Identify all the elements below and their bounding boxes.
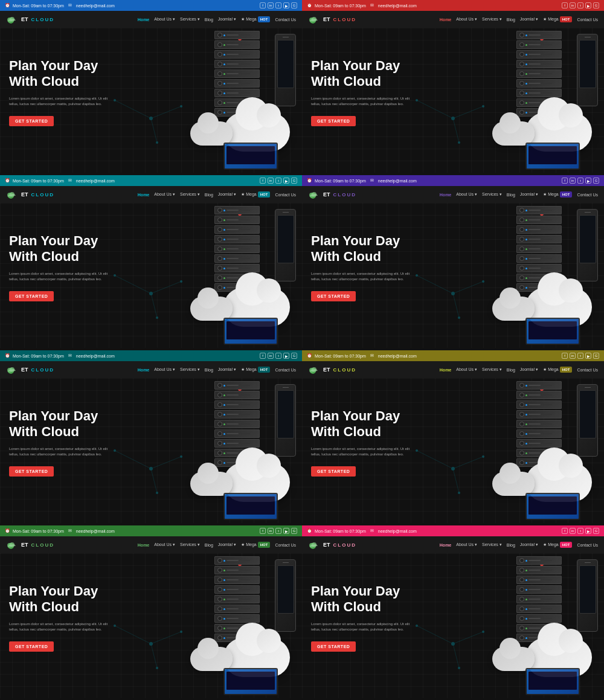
nav-about[interactable]: About Us ▾ xyxy=(154,542,175,547)
facebook-icon[interactable]: f xyxy=(260,528,266,534)
nav-services[interactable]: Services ▾ xyxy=(482,542,502,547)
twitter-icon[interactable]: t xyxy=(577,353,583,359)
facebook-icon[interactable]: f xyxy=(562,2,568,8)
google-icon[interactable]: G xyxy=(593,353,599,359)
facebook-icon[interactable]: f xyxy=(260,178,266,184)
nav-mega[interactable]: ★ Mega HOT xyxy=(241,17,270,22)
nav-joomla[interactable]: Joomla! ▾ xyxy=(520,367,538,372)
youtube-icon[interactable]: ▶ xyxy=(585,353,591,359)
get-started-button[interactable]: GET STARTED xyxy=(9,641,54,652)
twitter-icon[interactable]: t xyxy=(275,353,281,359)
nav-joomla[interactable]: Joomla! ▾ xyxy=(218,367,236,372)
nav-contact[interactable]: Contact Us xyxy=(275,543,296,547)
google-icon[interactable]: G xyxy=(291,178,297,184)
twitter-icon[interactable]: t xyxy=(577,528,583,534)
nav-joomla[interactable]: Joomla! ▾ xyxy=(520,542,538,547)
nav-mega[interactable]: ★ Mega HOT xyxy=(543,17,572,22)
nav-contact[interactable]: Contact Us xyxy=(577,193,598,197)
youtube-icon[interactable]: ▶ xyxy=(585,2,591,8)
google-icon[interactable]: G xyxy=(593,178,599,184)
facebook-icon[interactable]: f xyxy=(260,2,266,8)
nav-services[interactable]: Services ▾ xyxy=(482,367,502,372)
instagram-icon[interactable]: in xyxy=(268,353,274,359)
instagram-icon[interactable]: in xyxy=(268,178,274,184)
nav-blog[interactable]: Blog xyxy=(205,18,213,22)
nav-blog[interactable]: Blog xyxy=(507,193,515,197)
nav-joomla[interactable]: Joomla! ▾ xyxy=(218,17,236,22)
nav-joomla[interactable]: Joomla! ▾ xyxy=(218,542,236,547)
nav-contact[interactable]: Contact Us xyxy=(275,368,296,372)
facebook-icon[interactable]: f xyxy=(260,353,266,359)
nav-joomla[interactable]: Joomla! ▾ xyxy=(218,192,236,197)
nav-contact[interactable]: Contact Us xyxy=(577,18,598,22)
instagram-icon[interactable]: in xyxy=(570,178,576,184)
twitter-icon[interactable]: t xyxy=(275,528,281,534)
nav-home[interactable]: Home xyxy=(138,193,149,197)
get-started-button[interactable]: GET STARTED xyxy=(311,466,356,477)
twitter-icon[interactable]: t xyxy=(275,2,281,8)
nav-blog[interactable]: Blog xyxy=(205,543,213,547)
youtube-icon[interactable]: ▶ xyxy=(585,178,591,184)
nav-mega[interactable]: ★ Mega HOT xyxy=(241,542,270,547)
youtube-icon[interactable]: ▶ xyxy=(585,528,591,534)
instagram-icon[interactable]: in xyxy=(570,2,576,8)
nav-home[interactable]: Home xyxy=(138,543,149,547)
nav-contact[interactable]: Contact Us xyxy=(577,543,598,547)
nav-home[interactable]: Home xyxy=(440,18,451,22)
nav-joomla[interactable]: Joomla! ▾ xyxy=(520,192,538,197)
get-started-button[interactable]: GET STARTED xyxy=(311,116,356,126)
youtube-icon[interactable]: ▶ xyxy=(283,353,289,359)
twitter-icon[interactable]: t xyxy=(577,178,583,184)
instagram-icon[interactable]: in xyxy=(268,528,274,534)
get-started-button[interactable]: GET STARTED xyxy=(311,291,356,301)
youtube-icon[interactable]: ▶ xyxy=(283,178,289,184)
google-icon[interactable]: G xyxy=(593,528,599,534)
youtube-icon[interactable]: ▶ xyxy=(283,2,289,8)
facebook-icon[interactable]: f xyxy=(562,353,568,359)
nav-home[interactable]: Home xyxy=(440,543,451,547)
nav-blog[interactable]: Blog xyxy=(507,368,515,372)
nav-about[interactable]: About Us ▾ xyxy=(456,17,477,22)
nav-services[interactable]: Services ▾ xyxy=(180,542,200,547)
nav-mega[interactable]: ★ Mega HOT xyxy=(543,542,572,547)
nav-blog[interactable]: Blog xyxy=(507,543,515,547)
google-icon[interactable]: G xyxy=(291,528,297,534)
instagram-icon[interactable]: in xyxy=(570,528,576,534)
nav-home[interactable]: Home xyxy=(138,18,149,22)
nav-home[interactable]: Home xyxy=(440,193,451,197)
nav-blog[interactable]: Blog xyxy=(507,18,515,22)
instagram-icon[interactable]: in xyxy=(268,2,274,8)
nav-services[interactable]: Services ▾ xyxy=(180,367,200,372)
google-icon[interactable]: G xyxy=(291,2,297,8)
nav-services[interactable]: Services ▾ xyxy=(180,192,200,197)
get-started-button[interactable]: GET STARTED xyxy=(9,291,54,301)
get-started-button[interactable]: GET STARTED xyxy=(9,466,54,477)
facebook-icon[interactable]: f xyxy=(562,528,568,534)
nav-about[interactable]: About Us ▾ xyxy=(456,367,477,372)
nav-about[interactable]: About Us ▾ xyxy=(456,542,477,547)
nav-contact[interactable]: Contact Us xyxy=(577,368,598,372)
nav-mega[interactable]: ★ Mega HOT xyxy=(543,192,572,197)
nav-joomla[interactable]: Joomla! ▾ xyxy=(520,17,538,22)
facebook-icon[interactable]: f xyxy=(562,178,568,184)
twitter-icon[interactable]: t xyxy=(275,178,281,184)
google-icon[interactable]: G xyxy=(593,2,599,8)
nav-blog[interactable]: Blog xyxy=(205,193,213,197)
nav-about[interactable]: About Us ▾ xyxy=(154,367,175,372)
nav-home[interactable]: Home xyxy=(440,368,451,372)
nav-contact[interactable]: Contact Us xyxy=(275,193,296,197)
nav-about[interactable]: About Us ▾ xyxy=(154,17,175,22)
nav-about[interactable]: About Us ▾ xyxy=(154,192,175,197)
nav-mega[interactable]: ★ Mega HOT xyxy=(241,367,270,372)
nav-contact[interactable]: Contact Us xyxy=(275,18,296,22)
nav-blog[interactable]: Blog xyxy=(205,368,213,372)
nav-home[interactable]: Home xyxy=(138,368,149,372)
nav-services[interactable]: Services ▾ xyxy=(180,17,200,22)
twitter-icon[interactable]: t xyxy=(577,2,583,8)
nav-about[interactable]: About Us ▾ xyxy=(456,192,477,197)
nav-mega[interactable]: ★ Mega HOT xyxy=(241,192,270,197)
youtube-icon[interactable]: ▶ xyxy=(283,528,289,534)
get-started-button[interactable]: GET STARTED xyxy=(9,116,54,126)
google-icon[interactable]: G xyxy=(291,353,297,359)
nav-mega[interactable]: ★ Mega HOT xyxy=(543,367,572,372)
